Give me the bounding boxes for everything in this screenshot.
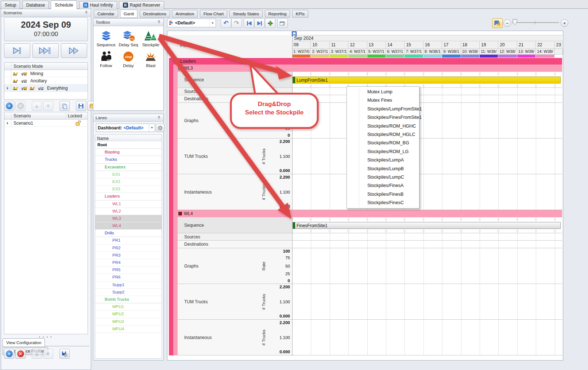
tab-destinations[interactable]: Destinations — [140, 10, 170, 17]
lane-tree-item-pr6[interactable]: PR6 — [95, 274, 162, 281]
timeline-day-23[interactable]: 23 — [555, 41, 562, 49]
lane-tree-item-mpu3[interactable]: MPU3 — [95, 318, 162, 326]
lane-tree-item-drills[interactable]: Drills — [95, 230, 162, 237]
snapshot-lock-button[interactable] — [492, 18, 503, 28]
zoom-slider-track[interactable] — [512, 22, 559, 23]
pin-icon[interactable] — [84, 11, 89, 15]
copy-scenario-button[interactable] — [59, 101, 70, 111]
menu-item-stockpiles-finesa[interactable]: Stockpiles/FinesA — [347, 182, 419, 190]
lane-tree-item-supp1[interactable]: Supp1 — [95, 281, 162, 289]
menu-item-stockpiles-lumpfromsite1[interactable]: Stockpiles/LumpFromSite1 — [347, 105, 419, 113]
tab-flow-chart[interactable]: Flow Chart — [200, 10, 228, 17]
timeline-day-20[interactable]: 20 — [498, 41, 517, 49]
delete-view-button[interactable]: ✕ — [15, 349, 26, 359]
tab-calendar[interactable]: Calendar — [94, 10, 118, 17]
dashboard-selector[interactable]: Dashboard: <Default> ▼ — [96, 124, 155, 132]
tab-steady-states[interactable]: Steady States — [229, 10, 263, 17]
lane-tree-item-mpu2[interactable]: MPU2 — [95, 311, 162, 318]
lane-tree-item-pr2[interactable]: PR2 — [95, 245, 162, 252]
move-up-button[interactable]: ▲ — [32, 101, 42, 111]
group-band-loaders[interactable]: Loaders — [169, 58, 562, 65]
timeline-period-12[interactable]: 12: W38/ — [498, 49, 517, 55]
lane-tree-item-pr5[interactable]: PR5 — [95, 266, 162, 274]
timeline-period-14[interactable]: 14: W38/ — [536, 49, 554, 55]
tool-delay-seq[interactable]: stop Delay Seq — [118, 30, 139, 47]
save-view-button[interactable] — [59, 349, 70, 359]
timeline-day-12[interactable]: 12 — [348, 41, 367, 49]
add-view-button[interactable]: + — [4, 349, 14, 359]
add-scenario-button[interactable]: + — [4, 101, 14, 111]
menu-item-stockpiles-finesc[interactable]: Stockpiles/FinesC — [347, 199, 419, 207]
tool-sequence[interactable]: Sequence — [96, 30, 117, 47]
scenario-row[interactable]: Scenario1 — [4, 120, 88, 127]
lane-tree-item-trucks[interactable]: Trucks — [95, 156, 162, 163]
menu-item-stockpiles-finesb[interactable]: Stockpiles/FinesB — [347, 190, 419, 199]
tool-blast[interactable]: Blast — [140, 51, 161, 68]
menu-item-stockpiles-lumpa[interactable]: Stockpiles/LumpA — [347, 156, 419, 164]
view-up-button[interactable]: ▲ — [32, 349, 42, 359]
app-tab-haul-infinity[interactable]: H Haul Infinity — [79, 1, 117, 9]
lane-tree-item-wl4[interactable]: WL4 — [95, 222, 162, 230]
scenario-mode-row-mining[interactable]: Mining — [4, 70, 88, 77]
lane-tree-item-wl3[interactable]: WL3 — [95, 215, 162, 222]
menu-item-stockpiles-lumpb[interactable]: Stockpiles/LumpB — [347, 165, 419, 173]
view-down-button[interactable]: ▼ — [43, 349, 53, 359]
zoom-in-button[interactable]: + — [561, 19, 568, 27]
skip-to-end-button[interactable] — [32, 43, 59, 58]
timeline-day-09[interactable]: 09 — [292, 41, 311, 49]
menu-item-stockpiles-rom-bg[interactable]: Stockpiles/ROM_BG — [347, 139, 419, 147]
lane-tree-item-pr3[interactable]: PR3 — [95, 252, 162, 259]
lane-tree-item-wl1[interactable]: WL1 — [95, 200, 162, 208]
timeline-period-11[interactable]: 11: W38/ — [480, 49, 498, 55]
tab-kpis[interactable]: KPIs — [292, 10, 308, 17]
timeline-period-7[interactable]: 7: W37/1 — [405, 49, 423, 55]
unlocked-icon[interactable] — [75, 120, 81, 126]
tab-view-configuration[interactable]: View Configuration — [3, 338, 45, 347]
lane-tree-item-ex1[interactable]: EX1 — [95, 171, 162, 178]
timeline-day-10[interactable]: 10 — [311, 41, 329, 49]
app-tab-schedule[interactable]: Schedule — [51, 0, 77, 9]
menu-item-stockpiles-finesfromsite1[interactable]: Stockpiles/FinesFromSite1 — [347, 113, 419, 122]
timeline-period-6[interactable]: 6: W37/1 — [386, 49, 405, 55]
timeline-flag-icon[interactable] — [292, 31, 297, 36]
gantt-preset-dropdown[interactable]: <Default> ▼ — [167, 19, 216, 27]
pin-icon[interactable] — [157, 20, 161, 24]
lane-band-wl4[interactable]: WL4 — [173, 210, 562, 217]
menu-item-stockpiles-lumpc[interactable]: Stockpiles/LumpC — [347, 173, 419, 182]
jump-to-start-button[interactable] — [244, 18, 254, 28]
menu-item-stockpiles-rom-lg[interactable]: Stockpiles/ROM_LG — [347, 148, 419, 156]
app-tab-setup[interactable]: Setup — [1, 1, 20, 9]
timeline-day-17[interactable]: 17 — [442, 41, 461, 49]
timeline-period-3[interactable]: 3: W37/1 — [330, 49, 348, 55]
tool-follow[interactable]: Follow — [96, 51, 117, 68]
lane-tree-item-mpu4[interactable]: MPU4 — [95, 326, 162, 333]
timeline-day-16[interactable]: 16 — [423, 41, 442, 49]
timeline-day-11[interactable]: 11 — [330, 41, 348, 49]
fast-forward-button[interactable] — [61, 43, 87, 58]
scenario-mode-row-ancillary[interactable]: Ancillary — [4, 77, 88, 85]
lane-tree-item-pr1[interactable]: PR1 — [95, 237, 162, 244]
timeline-day-14[interactable]: 14 — [386, 41, 405, 49]
timeline-period-4[interactable]: 4: W37/1 — [348, 49, 367, 55]
save-scenario-button[interactable] — [76, 101, 86, 111]
menu-item-stockpiles-rom-hghc[interactable]: Stockpiles/ROM_HGHC — [347, 122, 419, 131]
timeline-period-13[interactable]: 13: W38/ — [517, 49, 536, 55]
redo-button[interactable]: ↷ — [231, 18, 242, 28]
tool-delay[interactable]: stop Delay — [118, 51, 139, 68]
lane-tree-item-ex2[interactable]: EX2 — [95, 178, 162, 186]
timeline-period-10[interactable]: 10: W38/ — [461, 49, 480, 55]
sequence-bar-finesfromsite1[interactable]: FinesFromSite1 — [293, 222, 561, 229]
tab-gantt[interactable]: Gantt — [120, 9, 138, 18]
timeline-day-18[interactable]: 18 — [461, 41, 480, 49]
tab-animation[interactable]: Animation — [172, 10, 198, 17]
step-forward-button[interactable] — [4, 43, 30, 58]
app-tab-rapid-reserver[interactable]: R Rapid Reserver — [119, 1, 164, 9]
tool-stockpile[interactable]: Stockpile — [140, 30, 161, 47]
lane-tree-item-bomb-trucks[interactable]: Bomb Trucks — [95, 296, 162, 303]
menu-item-stockpiles-rom-hglc[interactable]: Stockpiles/ROM_HGLC — [347, 131, 419, 139]
lane-tree-item-excavators[interactable]: Excavators — [95, 164, 162, 171]
timeline-day-21[interactable]: 21 — [517, 41, 536, 49]
lane-tree-item-loaders[interactable]: Loaders — [95, 193, 162, 200]
dashboard-settings-button[interactable] — [156, 124, 165, 132]
timeline-period-2[interactable]: 2: W37/1 — [311, 49, 329, 55]
